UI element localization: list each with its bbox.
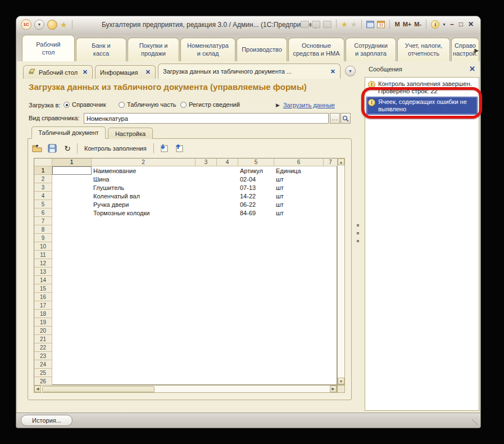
grid-cell-r18c3[interactable] [196, 310, 217, 318]
grid-cell-r8c5[interactable] [238, 225, 274, 234]
grid-cell-r12c2[interactable] [92, 259, 196, 268]
catalog-kind-input[interactable] [84, 113, 329, 124]
grid-cell-r12c4[interactable] [217, 259, 238, 268]
grid-cell-r22c3[interactable] [196, 343, 217, 352]
grid-cell-r4c1[interactable] [52, 192, 92, 200]
grid-cell-r14c6[interactable] [274, 276, 324, 284]
grid-cell-r7c1[interactable] [52, 217, 92, 225]
grid-cell-r5c2[interactable]: Ручка двери [92, 200, 196, 209]
grid-cell-r19c4[interactable] [217, 318, 238, 327]
grid-row-header-25[interactable]: 25 [34, 369, 52, 377]
grid-cell-r5c1[interactable] [52, 200, 92, 209]
subtab-1[interactable]: Табличный документ [31, 126, 106, 139]
mdi-tab-3[interactable]: Загрузка данных из табличного документа … [158, 64, 340, 79]
mdi-tab-1[interactable]: Рабочий стол✕ [23, 65, 93, 79]
grid-row-header-5[interactable]: 5 [34, 200, 52, 209]
grid-cell-r10c5[interactable] [238, 242, 274, 251]
grid-cell-r17c3[interactable] [196, 301, 217, 310]
grid-cell-r9c3[interactable] [196, 234, 217, 242]
grid-cell-r26c2[interactable] [92, 377, 196, 386]
grid-cell-r17c6[interactable] [274, 301, 324, 310]
grid-cell-r26c4[interactable] [217, 377, 238, 386]
section-tab-7[interactable]: Сотрудникии зарплата [346, 38, 396, 61]
grid-cell-r20c5[interactable] [238, 327, 274, 335]
grid-cell-r1c4[interactable] [217, 166, 238, 175]
grid-cell-r4c2[interactable]: Коленчатый вал [92, 192, 196, 200]
grid-cell-r3c7[interactable] [324, 183, 338, 192]
close-tab-icon[interactable]: ✕ [146, 69, 151, 76]
messages-close-icon[interactable]: ✕ [469, 65, 475, 73]
vertical-scrollbar[interactable]: ▲ ▼ [337, 158, 345, 385]
grid-cell-r5c5[interactable]: 06-22 [238, 200, 274, 209]
grid-cell-r3c2[interactable]: Глушитель [92, 183, 196, 192]
grid-cell-r8c3[interactable] [196, 225, 217, 234]
grid-cell-r25c1[interactable] [52, 369, 92, 377]
grid-cell-r2c4[interactable] [217, 175, 238, 183]
calculator-icon[interactable] [366, 21, 374, 28]
grid-cell-r22c7[interactable] [324, 343, 338, 352]
grid-cell-r15c5[interactable] [238, 284, 274, 293]
grid-cell-r23c6[interactable] [274, 352, 324, 360]
grid-cell-r24c3[interactable] [196, 360, 217, 369]
grid-cell-r17c5[interactable] [238, 301, 274, 310]
grid-cell-r22c4[interactable] [217, 343, 238, 352]
grid-cell-r24c6[interactable] [274, 360, 324, 369]
grid-cell-r6c2[interactable]: Тормозные колодки [92, 209, 196, 217]
grid-cell-r12c7[interactable] [324, 259, 338, 268]
grid-cell-r6c6[interactable]: шт [274, 209, 324, 217]
info-dropdown-icon[interactable]: ▼ [442, 22, 446, 26]
mdi-tab-2[interactable]: Информация✕ [95, 65, 156, 79]
grid-cell-r9c5[interactable] [238, 234, 274, 242]
grid-cell-r2c1[interactable] [52, 175, 92, 183]
info-button[interactable]: i [431, 20, 439, 29]
grid-cell-r14c2[interactable] [92, 276, 196, 284]
resize-grip[interactable] [472, 419, 478, 425]
grid-row-header-4[interactable]: 4 [34, 192, 52, 200]
grid-cell-r7c3[interactable] [196, 217, 217, 225]
grid-cell-r14c3[interactable] [196, 276, 217, 284]
grid-cell-r23c7[interactable] [324, 352, 338, 360]
grid-cell-r24c7[interactable] [324, 360, 338, 369]
grid-cell-r18c7[interactable] [324, 310, 338, 318]
grid-cell-r21c1[interactable] [52, 335, 92, 343]
grid-cell-r25c4[interactable] [217, 369, 238, 377]
grid-cell-r10c6[interactable] [274, 242, 324, 251]
grid-cell-r6c7[interactable] [324, 209, 338, 217]
grid-cell-r10c3[interactable] [196, 242, 217, 251]
vscroll-up-icon[interactable]: ▲ [338, 158, 344, 165]
maximize-button[interactable]: □ [458, 20, 464, 28]
grid-row-header-10[interactable]: 10 [34, 242, 52, 251]
grid-cell-r2c2[interactable]: Шина [92, 175, 196, 183]
grid-cell-r22c5[interactable] [238, 343, 274, 352]
grid-cell-r20c3[interactable] [196, 327, 217, 335]
grid-cell-r15c6[interactable] [274, 284, 324, 293]
grid-cell-r8c1[interactable] [52, 225, 92, 234]
grid-cell-r25c3[interactable] [196, 369, 217, 377]
radio-tabular-part[interactable]: Табличную часть [119, 101, 176, 108]
grid-cell-r20c7[interactable] [324, 327, 338, 335]
load-data-link[interactable]: Загрузить данные [283, 102, 335, 108]
grid-cell-r7c2[interactable] [92, 217, 196, 225]
grid-cell-r4c3[interactable] [196, 192, 217, 200]
grid-cell-r20c4[interactable] [217, 327, 238, 335]
minimize-button[interactable]: – [449, 20, 455, 28]
grid-cell-r13c3[interactable] [196, 268, 217, 276]
grid-cell-r1c5[interactable]: Артикул [238, 166, 274, 175]
grid-cell-r13c7[interactable] [324, 268, 338, 276]
grid-row-header-2[interactable]: 2 [34, 175, 52, 183]
close-tab-icon[interactable]: ✕ [330, 68, 335, 75]
grid-cell-r11c5[interactable] [238, 251, 274, 259]
grid-cell-r2c5[interactable]: 02-04 [238, 175, 274, 183]
grid-cell-r3c6[interactable]: шт [274, 183, 324, 192]
grid-cell-r26c1[interactable] [52, 377, 92, 386]
grid-cell-r15c7[interactable] [324, 284, 338, 293]
section-tab-4[interactable]: Номенклатураи склад [180, 38, 235, 61]
section-tab-3[interactable]: Покупки ипродажи [128, 38, 179, 61]
message-item-2[interactable]: !Ячеек, содержащих ошибки не выявлено [366, 97, 478, 115]
grid-cell-r21c7[interactable] [324, 335, 338, 343]
grid-cell-r19c6[interactable] [274, 318, 324, 327]
grid-row-header-9[interactable]: 9 [34, 234, 52, 242]
refresh-button[interactable]: ↻ [62, 143, 73, 154]
export-settings-button[interactable] [173, 143, 184, 154]
grid-cell-r6c1[interactable] [52, 209, 92, 217]
